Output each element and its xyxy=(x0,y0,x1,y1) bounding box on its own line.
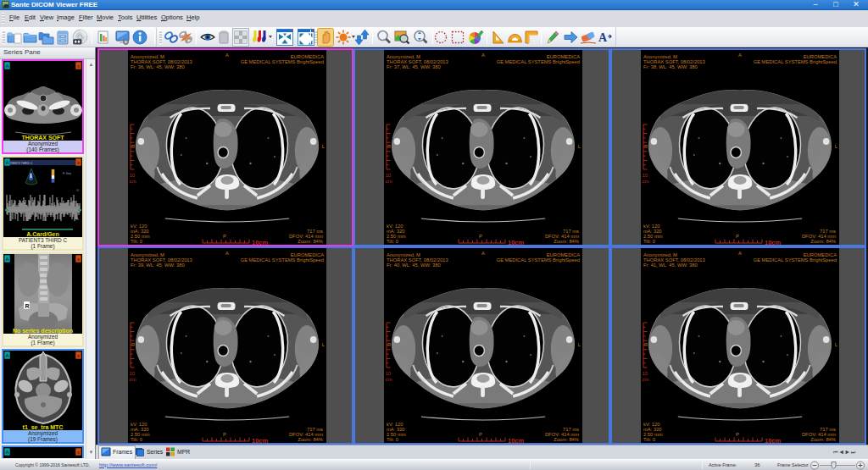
svg-text:GE MEDICAL SYSTEMS BrightSpeed: GE MEDICAL SYSTEMS BrightSpeed xyxy=(497,59,580,64)
svg-text:10: 10 xyxy=(642,173,648,178)
svg-text:10cm: 10cm xyxy=(765,437,782,443)
svg-text:GE MEDICAL SYSTEMS BrightSpeed: GE MEDICAL SYSTEMS BrightSpeed xyxy=(241,257,324,263)
svg-text:P: P xyxy=(479,432,482,437)
svg-text:10: 10 xyxy=(130,371,136,376)
svg-text:cm: cm xyxy=(130,179,136,184)
svg-text:cm: cm xyxy=(130,377,136,382)
svg-text:GE MEDICAL SYSTEMS BrightSpeed: GE MEDICAL SYSTEMS BrightSpeed xyxy=(753,257,836,263)
svg-text:A: A xyxy=(738,251,742,256)
svg-text:A: A xyxy=(481,251,485,256)
svg-text:Tilt: 0: Tilt: 0 xyxy=(643,437,655,442)
svg-text:A: A xyxy=(481,53,485,58)
svg-text:Fr: 41, WL: 45, WW: 380: Fr: 41, WL: 45, WW: 380 xyxy=(643,263,698,268)
svg-text:A: A xyxy=(598,31,608,44)
svg-text:cm: cm xyxy=(642,377,648,382)
svg-text:R: R xyxy=(25,303,30,309)
svg-text:GE MEDICAL SYSTEMS BrightSpeed: GE MEDICAL SYSTEMS BrightSpeed xyxy=(497,257,580,263)
svg-text:Zoom: 84%: Zoom: 84% xyxy=(298,239,323,244)
svg-text:10cm: 10cm xyxy=(508,437,525,443)
svg-text:10cm: 10cm xyxy=(508,239,525,245)
svg-text:P: P xyxy=(479,234,482,239)
svg-text:Zoom: 84%: Zoom: 84% xyxy=(554,437,580,442)
svg-text:Zoom: 84%: Zoom: 84% xyxy=(298,437,323,442)
svg-text:Zoom: 84%: Zoom: 84% xyxy=(810,437,836,442)
svg-text:cm: cm xyxy=(642,179,648,184)
svg-text:GE MEDICAL SYSTEMS BrightSpeed: GE MEDICAL SYSTEMS BrightSpeed xyxy=(753,59,836,64)
svg-text:10: 10 xyxy=(386,173,392,178)
svg-text:10: 10 xyxy=(130,173,136,178)
svg-text:P: P xyxy=(736,432,739,437)
svg-text:Tilt: 0: Tilt: 0 xyxy=(387,239,398,244)
svg-text:10cm: 10cm xyxy=(765,239,782,245)
svg-text:A: A xyxy=(225,251,229,256)
svg-text:10cm: 10cm xyxy=(252,239,269,245)
svg-text:Tilt: 0: Tilt: 0 xyxy=(131,437,142,442)
svg-text:Fr Smp: Fr Smp xyxy=(63,172,71,175)
svg-text:PATIENT3 THIRD C: PATIENT3 THIRD C xyxy=(7,162,33,165)
svg-text:P: P xyxy=(223,432,226,437)
svg-text:Zoom: 84%: Zoom: 84% xyxy=(554,239,580,244)
svg-text:cm: cm xyxy=(386,179,392,184)
svg-text:A: A xyxy=(225,53,229,58)
svg-text:Tilt: 0: Tilt: 0 xyxy=(643,239,655,244)
svg-text:Fr: 36, WL: 45, WW: 380: Fr: 36, WL: 45, WW: 380 xyxy=(131,64,185,69)
svg-text:Fr: 38, WL: 45, WW: 380: Fr: 38, WL: 45, WW: 380 xyxy=(643,64,698,69)
svg-text:cm: cm xyxy=(386,377,392,382)
svg-text:A: A xyxy=(738,53,742,58)
svg-text:10: 10 xyxy=(642,371,648,376)
svg-text:Tilt: 0: Tilt: 0 xyxy=(387,437,398,442)
svg-text:P: P xyxy=(223,234,226,239)
svg-text:GE MEDICAL SYSTEMS BrightSpeed: GE MEDICAL SYSTEMS BrightSpeed xyxy=(241,59,324,64)
svg-text:Fr: 39, WL: 45, WW: 380: Fr: 39, WL: 45, WW: 380 xyxy=(131,263,185,268)
svg-text:Fr: 40, WL: 45, WW: 380: Fr: 40, WL: 45, WW: 380 xyxy=(387,263,441,268)
svg-text:Fr: 37, WL: 45, WW: 380: Fr: 37, WL: 45, WW: 380 xyxy=(387,64,441,69)
svg-text:10cm: 10cm xyxy=(252,437,269,443)
svg-text:P: P xyxy=(736,234,739,239)
svg-text:Tilt: 0: Tilt: 0 xyxy=(131,239,142,244)
svg-text:Zoom: 84%: Zoom: 84% xyxy=(810,239,836,244)
svg-text:10: 10 xyxy=(386,371,392,376)
